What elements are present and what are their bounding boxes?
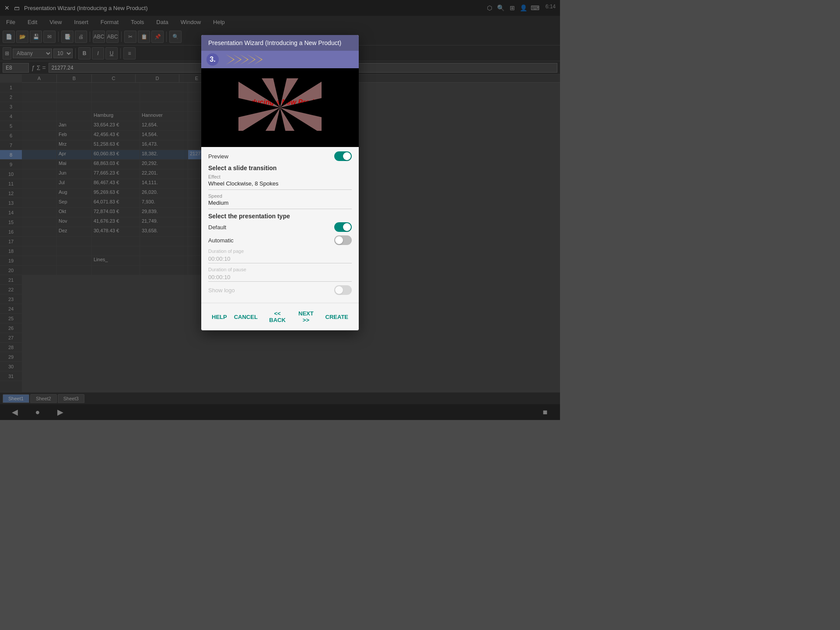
automatic-label: Automatic: [208, 237, 234, 244]
preview-toggle-row: Preview: [208, 151, 352, 161]
back-button[interactable]: << BACK: [265, 308, 290, 326]
preview-label: Preview: [208, 153, 228, 160]
default-toggle[interactable]: [334, 222, 352, 232]
show-logo-toggle-knob: [335, 286, 343, 294]
default-toggle-knob: [343, 223, 351, 231]
footer-right: CANCEL << BACK NEXT >> CREATE: [231, 308, 352, 326]
duration-page-row: Duration of page: [208, 248, 352, 263]
automatic-toggle[interactable]: [334, 235, 352, 245]
effect-value[interactable]: Wheel Clockwise, 8 Spokes: [208, 180, 352, 190]
pinwheel-svg: Introducing a New Product: [212, 70, 348, 146]
cancel-button[interactable]: CANCEL: [231, 308, 261, 326]
presentation-type-title: Select the presentation type: [208, 213, 352, 220]
preview-area: Introducing a New Product: [201, 68, 359, 147]
step-arrows: [226, 53, 287, 66]
automatic-toggle-knob: [335, 236, 343, 244]
default-toggle-row: Default: [208, 222, 352, 232]
duration-page-label: Duration of page: [208, 248, 352, 254]
duration-pause-input: [208, 273, 352, 282]
speed-value[interactable]: Medium: [208, 200, 352, 209]
show-logo-toggle: [334, 285, 352, 295]
footer-left: HELP: [208, 308, 231, 326]
svg-marker-0: [226, 54, 234, 65]
automatic-toggle-row: Automatic: [208, 235, 352, 245]
dialog-header: Presentation Wizard (Introducing a New P…: [201, 35, 359, 51]
step-arrows-svg: [226, 53, 287, 66]
dialog-footer: HELP CANCEL << BACK NEXT >> CREATE: [201, 303, 359, 330]
dialog-content: Preview Select a slide transition Effect…: [201, 147, 359, 303]
speed-field-row: Speed Medium: [208, 193, 352, 209]
show-logo-row: Show logo: [208, 285, 352, 295]
create-button[interactable]: CREATE: [322, 308, 352, 326]
speed-label: Speed: [208, 193, 352, 199]
show-logo-label: Show logo: [208, 287, 235, 294]
default-label: Default: [208, 224, 226, 231]
presentation-wizard-dialog: Presentation Wizard (Introducing a New P…: [201, 35, 359, 330]
dialog-title: Presentation Wizard (Introducing a New P…: [208, 39, 341, 46]
help-button[interactable]: HELP: [208, 308, 231, 326]
preview-toggle-knob: [343, 152, 351, 160]
wizard-step-bar: 3.: [201, 51, 359, 68]
duration-pause-label: Duration of pause: [208, 267, 352, 272]
next-button[interactable]: NEXT >>: [294, 308, 318, 326]
effect-label: Effect: [208, 174, 352, 179]
duration-page-input: [208, 255, 352, 263]
step-number: 3.: [206, 53, 219, 66]
effect-field-row: Effect Wheel Clockwise, 8 Spokes: [208, 174, 352, 190]
preview-toggle[interactable]: [334, 151, 352, 161]
slide-transition-title: Select a slide transition: [208, 164, 352, 172]
dialog-overlay: Presentation Wizard (Introducing a New P…: [0, 0, 560, 420]
duration-pause-row: Duration of pause: [208, 267, 352, 282]
